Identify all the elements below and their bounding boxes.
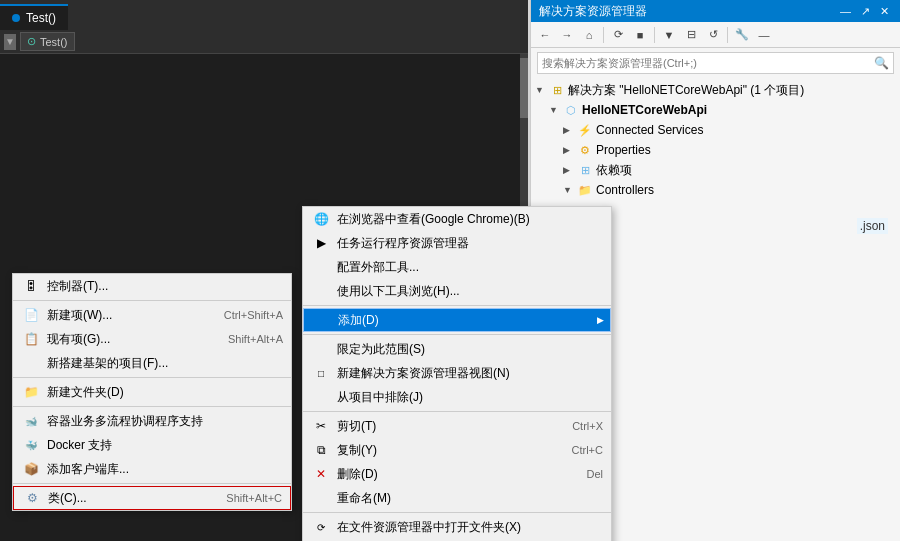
tb-filter[interactable]: ▼	[659, 25, 679, 45]
tb-refresh[interactable]: ⟳	[608, 25, 628, 45]
lcm-client-label: 添加客户端库...	[47, 461, 283, 478]
cm-rename-icon	[311, 488, 331, 508]
lcm-controller-label: 控制器(T)...	[47, 278, 283, 295]
cm-rename-label: 重命名(M)	[337, 490, 603, 507]
tb-refresh2[interactable]: ↺	[703, 25, 723, 45]
cm-open-chrome[interactable]: 🌐 在浏览器中查看(Google Chrome)(B)	[303, 207, 611, 231]
dependencies-icon: ⊞	[577, 162, 593, 178]
lcm-scaffold-label: 新搭建基架的项目(F)...	[47, 355, 283, 372]
cm-exclude-icon	[311, 387, 331, 407]
se-search-input[interactable]	[538, 57, 870, 69]
lcm-folder-label: 新建文件夹(D)	[47, 384, 283, 401]
tb-sep1	[603, 27, 604, 43]
cm-use-browser[interactable]: 使用以下工具浏览(H)...	[303, 279, 611, 303]
cm-browser-label: 使用以下工具浏览(H)...	[337, 283, 603, 300]
nav-arrow[interactable]: ▼	[4, 34, 16, 50]
cm-task-label: 任务运行程序资源管理器	[337, 235, 603, 252]
lcm-scaffold[interactable]: 新搭建基架的项目(F)...	[13, 351, 291, 375]
cm-task-runner[interactable]: ▶ 任务运行程序资源管理器	[303, 231, 611, 255]
tb-minus[interactable]: —	[754, 25, 774, 45]
solution-label: 解决方案 "HelloNETCoreWebApi" (1 个项目)	[568, 82, 804, 99]
code-nav-dropdown[interactable]: ⊙ Test()	[20, 32, 75, 51]
lcm-existing-label: 现有项(G)...	[47, 331, 228, 348]
tb-collapse[interactable]: ⊟	[681, 25, 701, 45]
controllers-icon: 📁	[577, 182, 593, 198]
cm-cut[interactable]: ✂ 剪切(T) Ctrl+X	[303, 414, 611, 438]
cm-open-folder[interactable]: ⟳ 在文件资源管理器中打开文件夹(X)	[303, 515, 611, 539]
lcm-controller[interactable]: 🎛 控制器(T)...	[13, 274, 291, 298]
cm-cut-icon: ✂	[311, 416, 331, 436]
lcm-new-item-icon: 📄	[21, 305, 41, 325]
cm-delete-icon: ✕	[311, 464, 331, 484]
tree-properties[interactable]: ▶ ⚙ Properties	[531, 140, 900, 160]
cm-delete[interactable]: ✕ 删除(D) Del	[303, 462, 611, 486]
cm-copy[interactable]: ⧉ 复制(Y) Ctrl+C	[303, 438, 611, 462]
lcm-folder-icon: 📁	[21, 382, 41, 402]
cm-limit-scope[interactable]: 限定为此范围(S)	[303, 337, 611, 361]
se-titlebar: 解决方案资源管理器 — ↗ ✕	[531, 0, 900, 22]
cm-delete-shortcut: Del	[586, 468, 603, 480]
cm-config-tools[interactable]: 配置外部工具...	[303, 255, 611, 279]
lcm-new-item[interactable]: 📄 新建项(W)... Ctrl+Shift+A	[13, 303, 291, 327]
lcm-sep1	[13, 377, 291, 378]
lcm-existing-item[interactable]: 📋 现有项(G)... Shift+Alt+A	[13, 327, 291, 351]
cm-cut-label: 剪切(T)	[337, 418, 564, 435]
lcm-sep2	[13, 406, 291, 407]
cm-rename[interactable]: 重命名(M)	[303, 486, 611, 510]
cm-scope-label: 限定为此范围(S)	[337, 341, 603, 358]
tree-project[interactable]: ▼ ⬡ HelloNETCoreWebApi	[531, 100, 900, 120]
lcm-class[interactable]: ⚙ 类(C)... Shift+Alt+C	[13, 486, 291, 510]
lcm-controller-icon: 🎛	[21, 276, 41, 296]
cm-new-se-view[interactable]: □ 新建解决方案资源管理器视图(N)	[303, 361, 611, 385]
code-nav-icon: ⊙	[27, 35, 36, 48]
json-file-label: .json	[857, 218, 888, 234]
tree-controllers[interactable]: ▼ 📁 Controllers	[531, 180, 900, 200]
code-tab-active[interactable]: Test()	[0, 4, 68, 30]
lcm-class-label: 类(C)...	[48, 490, 226, 507]
cm-delete-label: 删除(D)	[337, 466, 578, 483]
scrollbar-thumb[interactable]	[520, 58, 528, 118]
controllers-label: Controllers	[596, 183, 654, 197]
tree-arrow-ctrl: ▼	[563, 185, 577, 195]
tb-back[interactable]: ←	[535, 25, 555, 45]
context-menu: 🌐 在浏览器中查看(Google Chrome)(B) ▶ 任务运行程序资源管理…	[302, 206, 612, 541]
tb-forward[interactable]: →	[557, 25, 577, 45]
lcm-existing-shortcut: Shift+Alt+A	[228, 333, 283, 345]
tree-connected-services[interactable]: ▶ ⚡ Connected Services	[531, 120, 900, 140]
lcm-new-item-shortcut: Ctrl+Shift+A	[224, 309, 283, 321]
se-close-button[interactable]: ✕	[877, 5, 892, 18]
lcm-client-icon: 📦	[21, 459, 41, 479]
se-float-button[interactable]: ↗	[858, 5, 873, 18]
lcm-new-folder[interactable]: 📁 新建文件夹(D)	[13, 380, 291, 404]
se-pin-button[interactable]: —	[837, 5, 854, 18]
project-icon: ⬡	[563, 102, 579, 118]
cm-exclude[interactable]: 从项目中排除(J)	[303, 385, 611, 409]
lcm-container-label: 容器业务多流程协调程序支持	[47, 413, 283, 430]
lcm-client-lib[interactable]: 📦 添加客户端库...	[13, 457, 291, 481]
tb-home[interactable]: ⌂	[579, 25, 599, 45]
solution-icon: ⊞	[549, 82, 565, 98]
lcm-sep3	[13, 483, 291, 484]
tb-settings[interactable]: 🔧	[732, 25, 752, 45]
code-nav-label: Test()	[40, 36, 68, 48]
lcm-class-shortcut: Shift+Alt+C	[226, 492, 282, 504]
se-titlebar-buttons: — ↗ ✕	[837, 5, 892, 18]
lcm-new-item-label: 新建项(W)...	[47, 307, 224, 324]
cm-se-icon: □	[311, 363, 331, 383]
cm-chrome-label: 在浏览器中查看(Google Chrome)(B)	[337, 211, 603, 228]
left-context-menu: 🎛 控制器(T)... 📄 新建项(W)... Ctrl+Shift+A 📋 现…	[12, 273, 292, 511]
cm-chrome-icon: 🌐	[311, 209, 331, 229]
se-search-bar[interactable]: 🔍	[537, 52, 894, 74]
connected-services-label: Connected Services	[596, 123, 703, 137]
tb-stop[interactable]: ■	[630, 25, 650, 45]
cm-se-label: 新建解决方案资源管理器视图(N)	[337, 365, 603, 382]
tree-solution[interactable]: ▼ ⊞ 解决方案 "HelloNETCoreWebApi" (1 个项目)	[531, 80, 900, 100]
lcm-container-flow[interactable]: 🐋 容器业务多流程协调程序支持	[13, 409, 291, 433]
tb-sep3	[727, 27, 728, 43]
tree-dependencies[interactable]: ▶ ⊞ 依赖项	[531, 160, 900, 180]
se-title: 解决方案资源管理器	[539, 3, 647, 20]
properties-icon: ⚙	[577, 142, 593, 158]
tree-arrow-cs: ▶	[563, 125, 577, 135]
cm-add[interactable]: 添加(D)	[303, 308, 611, 332]
lcm-docker[interactable]: 🐳 Docker 支持	[13, 433, 291, 457]
